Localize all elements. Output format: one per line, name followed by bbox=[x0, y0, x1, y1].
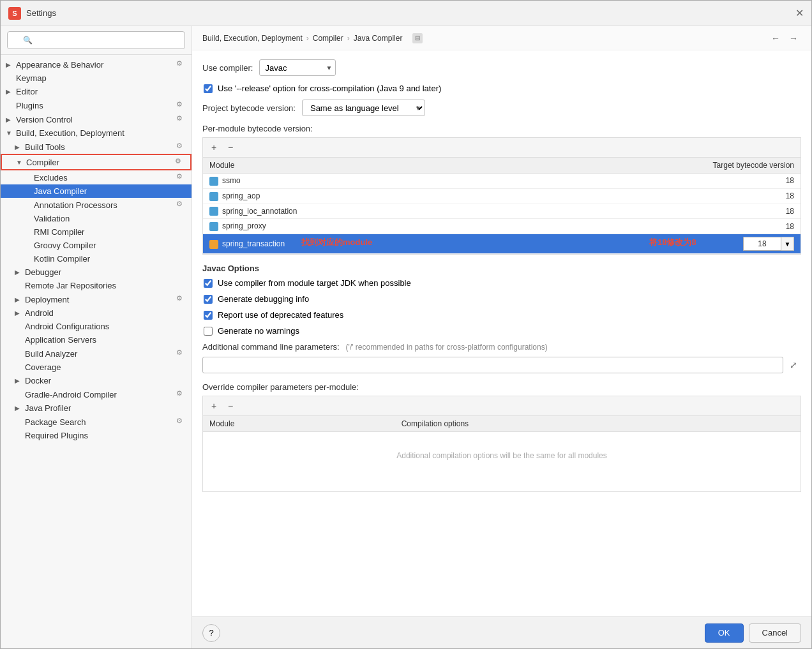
sidebar-arrow-icon-debugger: ▶ bbox=[15, 269, 24, 276]
sidebar-arrow-icon-build-exec-deploy: ▼ bbox=[6, 130, 15, 137]
sidebar-item-label-coverage: Coverage bbox=[25, 362, 186, 372]
sidebar-item-debugger[interactable]: ▶Debugger bbox=[1, 265, 192, 279]
sidebar-item-label-build-analyzer: Build Analyzer bbox=[25, 349, 174, 359]
cancel-button[interactable]: Cancel bbox=[749, 623, 801, 643]
module-table: Module Target bytecode version ssmo18spr… bbox=[203, 158, 801, 254]
sidebar-item-groovy-compiler[interactable]: Groovy Compiler bbox=[1, 239, 192, 252]
sidebar-item-build-exec-deploy[interactable]: ▼Build, Execution, Deployment bbox=[1, 126, 192, 140]
sidebar-item-label-gradle-android: Gradle-Android Compiler bbox=[25, 390, 174, 399]
sidebar: ▶Appearance & Behavior⚙Keymap▶EditorPlug… bbox=[1, 26, 192, 648]
add-module-button[interactable]: + bbox=[207, 140, 221, 154]
override-module-col-header: Module bbox=[203, 416, 395, 432]
ok-button[interactable]: OK bbox=[705, 623, 744, 643]
pin-button[interactable]: ⊟ bbox=[412, 33, 423, 43]
sidebar-item-version-control[interactable]: ▶Version Control⚙ bbox=[1, 112, 192, 126]
sidebar-arrow-icon-build-tools: ▶ bbox=[15, 144, 24, 151]
sidebar-item-label-version-control: Version Control bbox=[16, 115, 174, 124]
sidebar-item-deployment[interactable]: ▶Deployment⚙ bbox=[1, 292, 192, 306]
module-icon bbox=[209, 207, 218, 216]
javac-checkbox2[interactable] bbox=[204, 295, 213, 304]
module-name-cell: spring_aop bbox=[203, 188, 511, 204]
cmd-params-input[interactable] bbox=[202, 357, 783, 373]
javac-checkbox1-label: Use compiler from module target JDK when… bbox=[218, 278, 411, 288]
nav-forward-button[interactable]: → bbox=[786, 31, 801, 46]
sidebar-item-java-compiler[interactable]: Java Compiler bbox=[1, 184, 192, 198]
sidebar-arrow-icon-appearance: ▶ bbox=[6, 61, 15, 68]
search-box bbox=[1, 26, 192, 55]
sidebar-arrow-icon-android: ▶ bbox=[15, 310, 24, 317]
add-override-button[interactable]: + bbox=[207, 399, 221, 413]
version-dropdown-button[interactable]: ▼ bbox=[781, 237, 794, 251]
close-button[interactable]: ✕ bbox=[795, 7, 804, 19]
sidebar-item-label-java-profiler: Java Profiler bbox=[25, 403, 186, 413]
sidebar-item-android[interactable]: ▶Android bbox=[1, 306, 192, 320]
sidebar-item-editor[interactable]: ▶Editor bbox=[1, 85, 192, 98]
javac-checkbox4[interactable] bbox=[204, 327, 213, 336]
help-button[interactable]: ? bbox=[202, 624, 220, 642]
sidebar-item-label-package-search: Package Search bbox=[25, 417, 174, 427]
nav-back-button[interactable]: ← bbox=[768, 31, 783, 46]
override-table: Module Compilation options Additional co… bbox=[203, 416, 801, 479]
module-table-toolbar: + − bbox=[202, 137, 801, 157]
cmd-params-label: Additional command line parameters: bbox=[202, 342, 340, 352]
sidebar-item-label-validation: Validation bbox=[34, 214, 186, 223]
sidebar-item-build-tools[interactable]: ▶Build Tools⚙ bbox=[1, 140, 192, 154]
sidebar-item-compiler[interactable]: ▼Compiler⚙ bbox=[1, 154, 192, 170]
search-input[interactable] bbox=[7, 31, 185, 49]
breadcrumb-item-3: Java Compiler bbox=[354, 34, 403, 43]
sidebar-item-keymap[interactable]: Keymap bbox=[1, 71, 192, 85]
sidebar-item-package-search[interactable]: Package Search⚙ bbox=[1, 415, 192, 429]
override-table-toolbar: + − bbox=[202, 396, 801, 415]
javac-checkbox1[interactable] bbox=[204, 279, 213, 288]
sidebar-item-required-plugins[interactable]: Required Plugins bbox=[1, 429, 192, 442]
content-area: Use compiler: Javac Eclipse ▼ Use '--rel… bbox=[192, 50, 811, 616]
breadcrumb-sep-1: › bbox=[306, 34, 309, 43]
sidebar-item-remote-jar[interactable]: Remote Jar Repositories bbox=[1, 279, 192, 292]
remove-override-button[interactable]: − bbox=[223, 399, 237, 413]
sidebar-item-label-compiler: Compiler bbox=[26, 158, 172, 167]
sidebar-item-docker[interactable]: ▶Docker bbox=[1, 374, 192, 387]
remove-module-button[interactable]: − bbox=[223, 140, 237, 154]
sidebar-item-build-analyzer[interactable]: Build Analyzer⚙ bbox=[1, 347, 192, 361]
sidebar-item-label-java-compiler: Java Compiler bbox=[34, 186, 186, 196]
override-table-container: Module Compilation options Additional co… bbox=[202, 415, 801, 492]
module-icon bbox=[209, 177, 218, 186]
sidebar-item-excludes[interactable]: Excludes⚙ bbox=[1, 170, 192, 184]
table-row[interactable]: spring_aop18 bbox=[203, 188, 801, 204]
sidebar-item-plugins[interactable]: Plugins⚙ bbox=[1, 98, 192, 112]
compiler-select-wrapper: Javac Eclipse ▼ bbox=[259, 59, 336, 76]
bytecode-version-select[interactable]: Same as language level 8 11 17 18 bbox=[302, 100, 425, 116]
module-version-cell: 18 bbox=[511, 219, 801, 234]
expand-button[interactable]: ⤢ bbox=[786, 357, 801, 373]
sidebar-item-gradle-android[interactable]: Gradle-Android Compiler⚙ bbox=[1, 387, 192, 401]
table-row[interactable]: spring_ioc_annotation18 bbox=[203, 204, 801, 219]
sidebar-item-label-remote-jar: Remote Jar Repositories bbox=[25, 281, 186, 290]
sidebar-item-kotlin-compiler[interactable]: Kotlin Compiler bbox=[1, 252, 192, 265]
table-row[interactable]: spring_proxy18 bbox=[203, 219, 801, 234]
sidebar-item-label-groovy-compiler: Groovy Compiler bbox=[34, 241, 186, 250]
settings-icon-plugins: ⚙ bbox=[176, 100, 186, 110]
sidebar-item-android-configurations[interactable]: Android Configurations bbox=[1, 320, 192, 333]
sidebar-item-label-build-tools: Build Tools bbox=[25, 142, 174, 152]
table-row[interactable]: spring_transaction▼ bbox=[203, 234, 801, 254]
release-option-checkbox[interactable] bbox=[204, 84, 213, 93]
sidebar-item-java-profiler[interactable]: ▶Java Profiler bbox=[1, 401, 192, 415]
sidebar-item-validation[interactable]: Validation bbox=[1, 212, 192, 225]
sidebar-item-annotation-processors[interactable]: Annotation Processors⚙ bbox=[1, 198, 192, 212]
javac-checkbox3-row: Report use of deprecated features bbox=[202, 310, 801, 320]
sidebar-item-application-servers[interactable]: Application Servers bbox=[1, 333, 192, 347]
table-row[interactable]: ssmo18 bbox=[203, 174, 801, 189]
settings-icon-package-search: ⚙ bbox=[176, 417, 186, 427]
settings-window: S Settings ✕ ▶Appearance & Behavior⚙Keym… bbox=[0, 0, 812, 649]
module-name-text: spring_ioc_annotation bbox=[222, 207, 297, 216]
sidebar-item-label-appearance: Appearance & Behavior bbox=[16, 60, 174, 70]
sidebar-item-coverage[interactable]: Coverage bbox=[1, 361, 192, 374]
settings-icon-build-tools: ⚙ bbox=[176, 142, 186, 152]
version-input[interactable] bbox=[743, 237, 781, 251]
javac-checkbox3[interactable] bbox=[204, 311, 213, 320]
sidebar-item-appearance[interactable]: ▶Appearance & Behavior⚙ bbox=[1, 57, 192, 71]
sidebar-item-rmi-compiler[interactable]: RMI Compiler bbox=[1, 225, 192, 239]
compiler-select[interactable]: Javac Eclipse bbox=[259, 59, 336, 76]
title-bar: S Settings ✕ bbox=[1, 1, 811, 26]
sidebar-item-label-annotation-processors: Annotation Processors bbox=[34, 200, 174, 210]
